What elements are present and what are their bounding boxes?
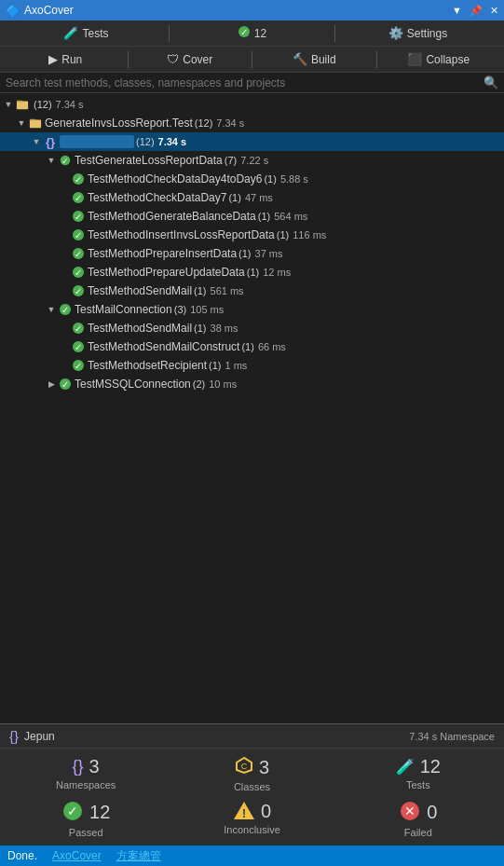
status-link-axocover[interactable]: AxoCover	[52, 849, 102, 862]
float-button[interactable]: ▼	[452, 5, 462, 16]
svg-text:✓: ✓	[61, 379, 69, 390]
namespaces-icon: {}	[73, 757, 84, 777]
arrow-mailConn[interactable]: ▼	[45, 305, 58, 314]
m6-count: (1)	[247, 267, 259, 278]
tree-row-m7[interactable]: ▶ ✓ TestMethodSendMail (1) 561 ms	[0, 282, 504, 300]
inconclusive-count: 0	[261, 801, 271, 822]
build-button[interactable]: 🔨 Build	[252, 50, 376, 68]
tree-row-m5[interactable]: ▶ ✓ TestMethodPrepareInsertData (1) 37 m…	[0, 244, 504, 263]
classes-icon: C	[235, 756, 253, 779]
tree-row-m4[interactable]: ▶ ✓ TestMethodInsertInvsLossReportData (…	[0, 226, 504, 244]
svg-text:✓: ✓	[75, 286, 82, 296]
run-button[interactable]: ▶ Run	[4, 50, 128, 68]
root-count: (12)	[34, 99, 52, 110]
tests-label: Tests	[406, 779, 430, 790]
testGen-icon: ✓	[58, 153, 73, 168]
tree-row-root[interactable]: ▼ (12) 7.34 s	[0, 95, 504, 114]
tree-row-sqlConn[interactable]: ▶ ✓ TestMSSQLConnection (2) 10 ms	[0, 375, 504, 393]
stats-row: {} 3 Namespaces C 3 Classes 🧪 12 Tests	[0, 749, 504, 796]
m3-time: 564 ms	[274, 211, 307, 222]
svg-rect-4	[30, 120, 41, 129]
m4-label: TestMethodInsertInvsLossReportData	[88, 228, 275, 241]
svg-text:✓: ✓	[75, 268, 82, 278]
m5-pass-icon: ✓	[71, 246, 86, 261]
namespaces-count: 3	[89, 756, 100, 777]
tree-row-ns1[interactable]: ▼ {} (12) 7.34 s	[0, 132, 504, 151]
status-link-solutions[interactable]: 方案總管	[116, 848, 161, 864]
action-toolbar: ▶ Run 🛡 Cover 🔨 Build ⬛ Collapse	[0, 47, 504, 73]
m6-pass-icon: ✓	[71, 265, 86, 280]
namespace-time: 7.34 s	[409, 731, 437, 742]
m6-time: 12 ms	[263, 267, 291, 278]
svg-text:✕: ✕	[404, 804, 415, 818]
arrow-sqlConn[interactable]: ▶	[45, 379, 58, 389]
mailConn-time: 105 ms	[190, 304, 224, 315]
tree-row-mc3[interactable]: ▶ ✓ TestMethodsetRecipient (1) 1 ms	[0, 356, 504, 375]
m3-pass-icon: ✓	[71, 209, 86, 224]
mc1-pass-icon: ✓	[71, 321, 86, 336]
mc1-time: 38 ms	[211, 323, 238, 334]
sqlConn-icon: ✓	[58, 377, 73, 392]
m7-label: TestMethodSendMail	[88, 284, 192, 297]
arrow-ns1[interactable]: ▼	[30, 137, 43, 146]
passed-label: Passed	[69, 827, 103, 838]
tests-button[interactable]: 🧪 Tests	[4, 24, 169, 42]
generateInvs-folder-icon	[28, 116, 43, 131]
settings-button[interactable]: ⚙️ Settings	[335, 24, 500, 42]
pin-button[interactable]: 📌	[470, 5, 483, 17]
m3-label: TestMethodGenerateBalanceData	[88, 210, 256, 223]
tree-row-m2[interactable]: ▶ ✓ TestMethodCheckDataDay7 (1) 47 ms	[0, 188, 504, 207]
tree-row-mc1[interactable]: ▶ ✓ TestMethodSendMail (1) 38 ms	[0, 319, 504, 337]
classes-label: Classes	[234, 781, 270, 792]
pass-icon: ✓	[238, 25, 251, 41]
mc2-count: (1)	[241, 341, 253, 352]
sqlConn-time: 10 ms	[209, 378, 237, 390]
inconclusive-icon: !	[233, 800, 255, 822]
tree-row-mc2[interactable]: ▶ ✓ TestMethodSendMailConstruct (1) 66 m…	[0, 337, 504, 356]
namespace-label: Namespace	[440, 731, 495, 742]
cover-button[interactable]: 🛡 Cover	[129, 50, 252, 68]
tree-row-m6[interactable]: ▶ ✓ TestMethodPrepareUpdateData (1) 12 m…	[0, 263, 504, 282]
arrow-generateInvs[interactable]: ▼	[15, 118, 28, 128]
svg-rect-3	[17, 101, 22, 103]
arrow-testGen[interactable]: ▼	[45, 156, 58, 165]
m4-time: 116 ms	[293, 229, 326, 241]
search-bar: 🔍	[0, 73, 504, 93]
status-bar: Done. AxoCover 方案總管	[0, 845, 504, 866]
m4-pass-icon: ✓	[71, 227, 86, 242]
tree-row-testGen[interactable]: ▼ ✓ TestGenerateLossReportData (7) 7.22 …	[0, 151, 504, 170]
m1-time: 5.88 s	[280, 173, 308, 185]
arrow-root[interactable]: ▼	[2, 100, 15, 109]
testGen-time: 7.22 s	[240, 155, 268, 166]
collapse-button[interactable]: ⬛ Collapse	[377, 50, 501, 68]
m3-count: (1)	[258, 211, 270, 222]
m1-label: TestMethodCheckDataDay4toDay6	[88, 172, 262, 186]
testGen-count: (7)	[225, 155, 237, 166]
search-input[interactable]	[6, 76, 480, 89]
m5-label: TestMethodPrepareInsertData	[88, 247, 237, 260]
tree-row-generateInvs[interactable]: ▼ GenerateInvsLossReport.Test (12) 7.34 …	[0, 114, 504, 132]
svg-text:✓: ✓	[61, 305, 69, 315]
result-inconclusive: ! 0 Inconclusive	[171, 800, 332, 838]
svg-text:✓: ✓	[75, 342, 82, 352]
tree-row-m3[interactable]: ▶ ✓ TestMethodGenerateBalanceData (1) 56…	[0, 207, 504, 226]
close-button[interactable]: ✕	[490, 5, 498, 17]
ns1-label	[60, 135, 134, 148]
generateInvs-count: (12)	[195, 117, 213, 129]
svg-text:✓: ✓	[75, 230, 82, 241]
cover-icon: 🛡	[167, 52, 179, 66]
mc3-count: (1)	[209, 360, 221, 371]
count-button[interactable]: ✓ 12	[170, 23, 334, 43]
svg-text:✓: ✓	[61, 157, 69, 166]
svg-text:C: C	[241, 762, 248, 771]
ns1-count: (12)	[136, 136, 155, 147]
m2-time: 47 ms	[245, 192, 273, 203]
mailConn-count: (3)	[174, 304, 186, 315]
mc2-pass-icon: ✓	[71, 339, 86, 354]
tree-row-m1[interactable]: ▶ ✓ TestMethodCheckDataDay4toDay6 (1) 5.…	[0, 170, 504, 188]
tree-row-mailConn[interactable]: ▼ ✓ TestMailConnection (3) 105 ms	[0, 300, 504, 319]
svg-text:✓: ✓	[75, 361, 82, 371]
tests-stat-icon: 🧪	[396, 758, 415, 776]
svg-text:✓: ✓	[240, 27, 248, 37]
m5-time: 37 ms	[255, 248, 283, 259]
